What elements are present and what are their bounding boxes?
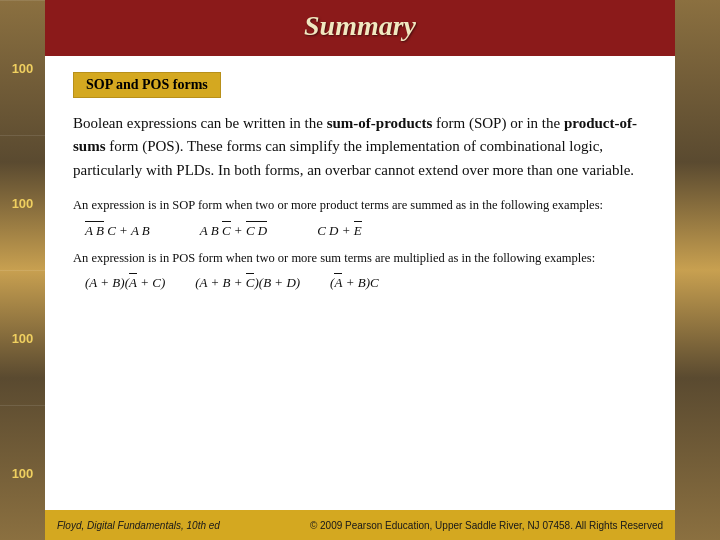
right-decorative-strip — [675, 0, 720, 540]
pos-expr-1: (A + B)(A + C) — [85, 273, 165, 291]
strip-number-3: 100 — [12, 331, 34, 346]
pos-expr-2: (A + B + C)(B + D) — [195, 273, 300, 291]
pos-expr-3: (A + B)C — [330, 273, 379, 291]
overbar-e: E — [354, 221, 362, 239]
sop-expressions: A B C + A B A B C + C D C D + E — [85, 221, 647, 239]
content-body: SOP and POS forms Boolean expressions ca… — [45, 56, 675, 313]
footer-right-text: © 2009 Pearson Education, Upper Saddle R… — [310, 520, 663, 531]
strip-number-1: 100 — [12, 61, 34, 76]
sop-expr-2: A B C + C D — [200, 221, 267, 239]
left-decorative-strip: 100 100 100 100 — [0, 0, 45, 540]
main-content-area: Summary SOP and POS forms Boolean expres… — [45, 0, 675, 510]
sop-expr-3: C D + E — [317, 221, 362, 239]
sop-pos-badge: SOP and POS forms — [73, 72, 221, 98]
pos-intro-text: An expression is in POS form when two or… — [73, 249, 647, 268]
overbar-c3: C — [246, 273, 255, 291]
sop-section: An expression is in SOP form when two or… — [73, 196, 647, 239]
pos-expressions: (A + B)(A + C) (A + B + C)(B + D) (A + B… — [85, 273, 647, 291]
main-description: Boolean expressions can be written in th… — [73, 112, 647, 182]
footer-bar: Floyd, Digital Fundamentals, 10th ed © 2… — [45, 510, 675, 540]
strip-number-2: 100 — [12, 196, 34, 211]
page-title: Summary — [65, 10, 655, 42]
sop-expr-1: A B C + A B — [85, 221, 150, 239]
overbar-abc: A B — [85, 221, 104, 239]
pos-section: An expression is in POS form when two or… — [73, 249, 647, 292]
sop-term: sum-of-products — [327, 115, 433, 131]
title-banner: Summary — [45, 0, 675, 56]
sop-intro-text: An expression is in SOP form when two or… — [73, 196, 647, 215]
overbar-cd: C D — [246, 221, 267, 239]
overbar-c2: C — [222, 221, 231, 239]
overbar-a1: A — [129, 273, 137, 291]
overbar-a2: A — [334, 273, 342, 291]
footer-left-text: Floyd, Digital Fundamentals, 10th ed — [57, 520, 220, 531]
strip-number-4: 100 — [12, 466, 34, 481]
